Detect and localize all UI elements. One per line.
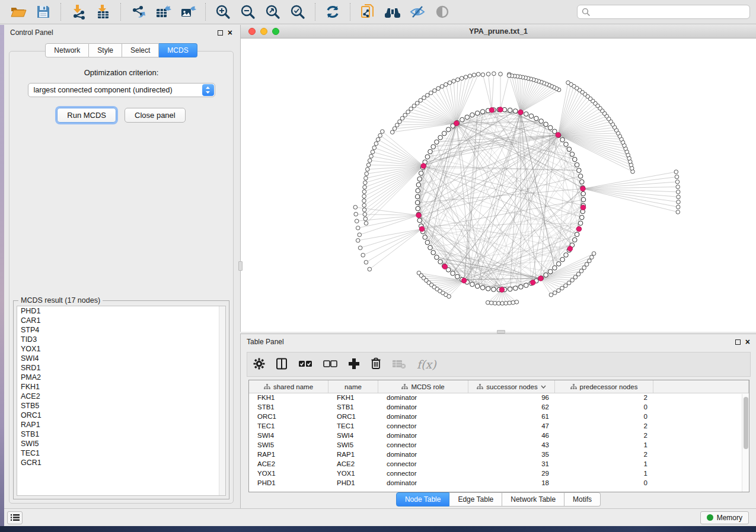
close-table-panel-icon[interactable]: ×	[745, 339, 750, 345]
run-mcds-button[interactable]: Run MCDS	[57, 108, 116, 123]
column-header-name[interactable]: name	[328, 380, 378, 393]
share-document-button[interactable]	[358, 2, 378, 22]
close-panel-button[interactable]: Close panel	[125, 108, 186, 123]
tab-network-table[interactable]: Network Table	[502, 492, 564, 507]
memory-status-icon	[707, 514, 713, 521]
table-row[interactable]: TEC1TEC1connector472	[249, 422, 749, 431]
column-header-predecessor-nodes[interactable]: predecessor nodes	[555, 380, 653, 393]
optimization-criterion-select[interactable]: largest connected component (undirected)	[28, 83, 215, 97]
table-scrollbar-thumb[interactable]	[744, 397, 748, 449]
tab-node-table[interactable]: Node Table	[396, 492, 450, 507]
result-node-item[interactable]: ORC1	[17, 411, 225, 420]
mcds-result-list[interactable]: PHD1CAR1STP4TID3YOX1SWI4SRD1PMA2FKH1ACE2…	[17, 306, 226, 496]
delete-button[interactable]	[371, 357, 381, 371]
zoom-selected-button[interactable]	[288, 2, 308, 22]
table-cell: FKH1	[249, 393, 328, 403]
result-node-item[interactable]: RAP1	[17, 420, 225, 430]
column-header-shared-name[interactable]: shared name	[249, 380, 328, 393]
vertical-splitter-handle[interactable]	[238, 261, 243, 271]
table-row[interactable]: YOX1YOX1connector291	[249, 469, 749, 479]
zoom-fit-button[interactable]	[263, 2, 283, 22]
import-table-button[interactable]	[93, 2, 113, 22]
table-row[interactable]: SWI4SWI4dominator462	[249, 431, 749, 441]
result-node-item[interactable]: PHD1	[17, 306, 225, 316]
result-node-item[interactable]: SWI4	[17, 354, 225, 363]
select-all-button[interactable]	[298, 359, 312, 370]
open-button[interactable]	[8, 2, 28, 22]
table-row[interactable]: STB1STB1dominator620	[249, 403, 749, 412]
table-row[interactable]: PHD1PHD1dominator180	[249, 479, 749, 488]
table-cell: 35	[468, 450, 555, 460]
column-header-MCDS-role[interactable]: MCDS role	[378, 380, 468, 393]
refresh-button[interactable]	[323, 2, 343, 22]
table-row[interactable]: RAP1RAP1dominator352	[249, 450, 749, 460]
plus-icon	[348, 358, 360, 370]
export-network-icon	[130, 4, 146, 20]
delete-table-button-disabled	[392, 358, 406, 371]
deselect-all-button[interactable]	[323, 359, 337, 370]
result-node-item[interactable]: SRD1	[17, 363, 225, 373]
horizontal-splitter-handle[interactable]	[497, 330, 505, 334]
tab-edge-table[interactable]: Edge Table	[449, 492, 502, 507]
result-node-item[interactable]: CAR1	[17, 316, 225, 325]
hide-selected-button[interactable]	[407, 2, 428, 22]
show-columns-button[interactable]	[276, 358, 288, 371]
zoom-out-button[interactable]	[238, 2, 258, 22]
show-all-button[interactable]	[432, 2, 452, 22]
table-cell: YOX1	[328, 469, 378, 479]
node-table[interactable]: shared namenameMCDS rolesuccessor nodesp…	[248, 380, 749, 492]
table-row[interactable]: ORC1ORC1dominator610	[249, 412, 749, 422]
result-node-item[interactable]: STB1	[17, 430, 225, 439]
result-node-item[interactable]: TID3	[17, 335, 225, 344]
task-history-button[interactable]	[7, 511, 23, 524]
table-cell: 96	[468, 393, 555, 403]
table-row[interactable]: ACE2ACE2connector311	[249, 460, 749, 469]
network-titlebar[interactable]: YPA_prune.txt_1	[241, 25, 756, 39]
save-button[interactable]	[33, 2, 53, 22]
export-image-button[interactable]	[178, 2, 198, 22]
table-cell: 61	[468, 412, 555, 422]
result-node-item[interactable]: FKH1	[17, 382, 225, 392]
float-panel-icon[interactable]	[218, 30, 223, 36]
table-cell: 29	[468, 469, 555, 479]
result-node-item[interactable]: SWI5	[17, 439, 225, 448]
tab-select[interactable]: Select	[122, 43, 159, 57]
export-network-button[interactable]	[128, 2, 148, 22]
zoom-in-button[interactable]	[213, 2, 233, 22]
result-scrollbar[interactable]	[219, 306, 225, 495]
table-row[interactable]: FKH1FKH1dominator962	[249, 393, 749, 403]
mcds-result-box: MCDS result (17 nodes) PHD1CAR1STP4TID3Y…	[13, 300, 229, 499]
tab-style[interactable]: Style	[89, 43, 122, 57]
table-cell: SWI5	[328, 441, 378, 450]
result-node-item[interactable]: ACE2	[17, 392, 225, 401]
result-node-item[interactable]: STP4	[17, 325, 225, 335]
result-node-item[interactable]: STB5	[17, 401, 225, 411]
export-table-button[interactable]	[153, 2, 173, 22]
result-node-item[interactable]: PMA2	[17, 373, 225, 382]
table-row[interactable]: SWI5SWI5connector431	[249, 441, 749, 450]
close-panel-icon[interactable]: ×	[228, 30, 232, 36]
desktop: Control Panel × NetworkStyleSelectMCDS O…	[0, 0, 756, 532]
column-header-filler	[653, 380, 749, 393]
search-network-button[interactable]	[382, 2, 403, 22]
float-table-panel-icon[interactable]	[735, 339, 741, 345]
tab-motifs[interactable]: Motifs	[564, 492, 601, 507]
result-node-item[interactable]: GCR1	[17, 458, 225, 467]
mcds-tab-content: Optimization criterion: largest connecte…	[9, 51, 234, 504]
search-input[interactable]	[577, 5, 750, 19]
tab-mcds[interactable]: MCDS	[159, 43, 197, 57]
result-node-item[interactable]: YOX1	[17, 344, 225, 354]
column-header-successor-nodes[interactable]: successor nodes	[468, 380, 555, 393]
network-canvas[interactable]	[241, 39, 756, 332]
import-network-button[interactable]	[68, 2, 88, 22]
table-scrollbar[interactable]	[742, 394, 749, 492]
add-button[interactable]	[348, 358, 360, 371]
result-node-item[interactable]: TEC1	[17, 448, 225, 458]
memory-button[interactable]: Memory	[700, 511, 749, 524]
tab-network[interactable]: Network	[45, 43, 89, 57]
table-cell: dominator	[378, 393, 468, 403]
save-icon	[36, 5, 50, 19]
table-settings-button[interactable]	[253, 358, 265, 371]
table-toolbar: f(x)	[247, 352, 751, 377]
table-cell: 0	[555, 403, 653, 412]
